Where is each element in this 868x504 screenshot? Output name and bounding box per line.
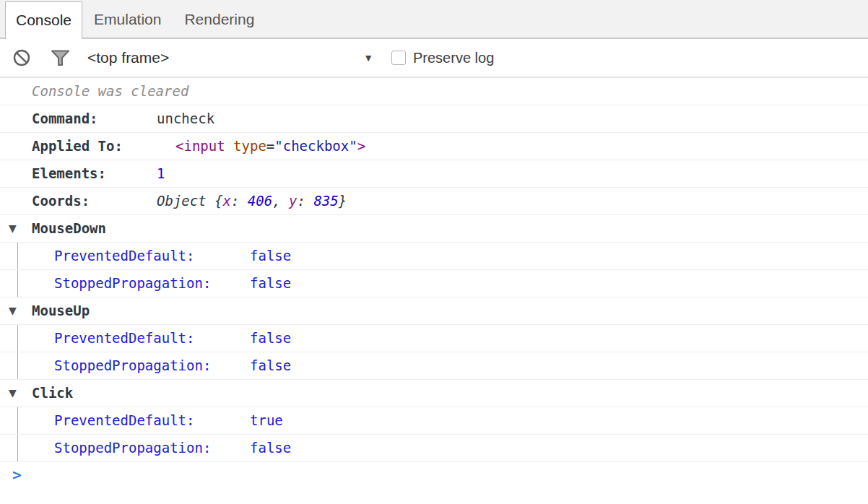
clear-console-icon	[12, 48, 31, 67]
console-cleared-message: Console was cleared	[32, 78, 188, 105]
event-detail-value: false	[250, 352, 291, 379]
tab-emulation[interactable]: Emulation	[82, 1, 173, 38]
console-row-event-detail: PreventedDefault: true	[0, 407, 868, 435]
html-attr-value: "checkbox"	[274, 138, 357, 154]
coords-label: Coords:	[32, 188, 90, 214]
applied-to-label: Applied To:	[32, 133, 123, 160]
event-detail-label: StoppedPropagation:	[54, 270, 211, 297]
console-row-command: Command: uncheck	[0, 105, 868, 133]
group-title: MouseDown	[32, 215, 106, 242]
applied-to-element[interactable]: <input type="checkbox">	[175, 133, 365, 160]
command-label: Command:	[32, 105, 98, 132]
console-row-event-detail: StoppedPropagation: false	[0, 435, 868, 462]
group-children-click: PreventedDefault: true StoppedPropagatio…	[0, 407, 868, 462]
object-value-x: 406	[248, 193, 272, 209]
group-header-click[interactable]: ▼ Click	[0, 380, 868, 407]
object-comma: ,	[272, 193, 289, 209]
console-prompt[interactable]: >	[0, 462, 868, 490]
console-row-coords: Coords: Object {x: 406, y: 835}	[0, 188, 868, 215]
coords-object-preview[interactable]: Object {x: 406, y: 835}	[157, 188, 347, 214]
clear-console-button[interactable]	[12, 48, 31, 67]
object-value-y: 835	[313, 193, 338, 209]
event-detail-value: false	[250, 270, 291, 297]
html-tag-close: >	[357, 138, 365, 154]
group-header-mouseup[interactable]: ▼ MouseUp	[0, 297, 868, 325]
event-detail-label: PreventedDefault:	[54, 243, 194, 269]
frame-context-selector[interactable]: <top frame> ▼	[87, 49, 373, 66]
group-header-mousedown[interactable]: ▼ MouseDown	[0, 215, 868, 243]
group-children-mousedown: PreventedDefault: false StoppedPropagati…	[0, 243, 868, 297]
event-detail-label: PreventedDefault:	[54, 325, 194, 352]
filter-button[interactable]	[51, 50, 70, 66]
object-key-y: y	[289, 193, 297, 209]
filter-funnel-icon	[51, 50, 70, 66]
console-row-event-detail: PreventedDefault: false	[0, 325, 868, 352]
group-children-mouseup: PreventedDefault: false StoppedPropagati…	[0, 325, 868, 380]
console-row-event-detail: StoppedPropagation: false	[0, 352, 868, 380]
object-colon: :	[298, 193, 314, 209]
chevron-down-icon: ▼	[363, 52, 373, 64]
console-message-list: Console was cleared Command: uncheck App…	[0, 78, 868, 490]
html-attr-equals: =	[266, 138, 274, 154]
disclosure-triangle-icon[interactable]: ▼	[9, 297, 17, 324]
preserve-log-label: Preserve log	[413, 50, 494, 66]
elements-label: Elements:	[32, 160, 106, 187]
event-detail-value: true	[250, 407, 283, 434]
tab-console[interactable]: Console	[5, 1, 82, 39]
html-attr-name: type	[233, 138, 266, 154]
event-detail-value: false	[250, 435, 291, 461]
html-tag-open: <input	[175, 138, 233, 154]
console-row-elements: Elements: 1	[0, 160, 868, 188]
preserve-log-checkbox[interactable]	[391, 51, 406, 65]
object-colon: :	[231, 193, 248, 209]
elements-count: 1	[157, 160, 165, 187]
event-detail-value: false	[250, 325, 291, 352]
disclosure-triangle-icon[interactable]: ▼	[9, 380, 17, 407]
drawer-tabbar: Console Emulation Rendering	[0, 0, 868, 39]
console-row-cleared: Console was cleared	[0, 78, 868, 105]
prompt-chevron-icon: >	[12, 462, 22, 489]
group-title: MouseUp	[32, 297, 90, 324]
frame-selector-value: <top frame>	[87, 49, 169, 66]
event-detail-label: PreventedDefault:	[54, 407, 194, 434]
group-title: Click	[32, 380, 73, 407]
console-toolbar: <top frame> ▼ Preserve log	[0, 39, 868, 78]
object-prefix: Object {	[157, 193, 223, 209]
event-detail-label: StoppedPropagation:	[54, 435, 211, 461]
console-row-event-detail: PreventedDefault: false	[0, 243, 868, 270]
command-value: uncheck	[157, 105, 214, 132]
disclosure-triangle-icon[interactable]: ▼	[9, 215, 17, 242]
event-detail-value: false	[250, 243, 291, 269]
event-detail-label: StoppedPropagation:	[54, 352, 211, 379]
console-row-event-detail: StoppedPropagation: false	[0, 270, 868, 297]
object-key-x: x	[223, 193, 231, 209]
console-row-applied-to: Applied To: <input type="checkbox">	[0, 133, 868, 160]
object-suffix: }	[339, 193, 347, 209]
tab-rendering[interactable]: Rendering	[173, 1, 266, 38]
